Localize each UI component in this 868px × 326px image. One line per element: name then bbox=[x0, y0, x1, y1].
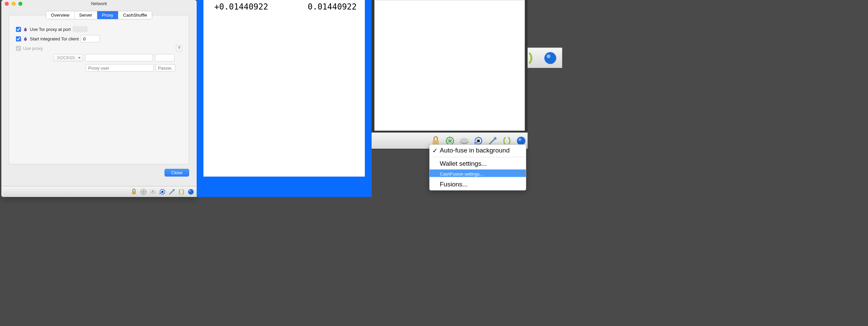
minimize-window-button[interactable] bbox=[12, 2, 16, 6]
menu-item-cashfusion-settings[interactable]: CashFusion settings... bbox=[430, 169, 526, 177]
tab-server[interactable]: Server bbox=[75, 11, 97, 19]
menu-item-fusions[interactable]: Fusions... bbox=[430, 179, 526, 190]
proxy-host-row: SOCKS5 bbox=[53, 54, 182, 61]
use-tor-label: Use Tor proxy at port bbox=[30, 27, 71, 32]
close-button[interactable]: Close bbox=[164, 169, 189, 177]
titlebar: Network bbox=[1, 0, 197, 8]
tabs: Overview Server Proxy CashShuffle bbox=[46, 11, 152, 19]
menu-item-autofuse[interactable]: Auto-fuse in background bbox=[430, 145, 526, 156]
lock-icon[interactable] bbox=[130, 188, 138, 196]
status-orb-icon[interactable] bbox=[543, 51, 557, 65]
proxy-user-input[interactable] bbox=[86, 64, 154, 72]
svg-point-0 bbox=[24, 28, 27, 31]
status-orb-icon[interactable] bbox=[187, 188, 195, 196]
tab-overview[interactable]: Overview bbox=[46, 11, 74, 19]
svg-rect-24 bbox=[477, 140, 480, 142]
svg-point-26 bbox=[517, 137, 526, 145]
use-tor-row: Use Tor proxy at port bbox=[16, 26, 182, 32]
context-menu: Auto-fuse in background Wallet settings.… bbox=[429, 144, 526, 191]
use-proxy-label: Use proxy bbox=[23, 46, 43, 51]
amount-delta: +0.01440922 bbox=[214, 2, 268, 12]
proxy-host-input[interactable] bbox=[85, 54, 153, 61]
start-tor-checkbox[interactable] bbox=[16, 36, 21, 41]
menu-item-wallet-settings[interactable]: Wallet settings... bbox=[430, 158, 526, 169]
proxy-tab-body: Use Tor proxy at port Start integrated T… bbox=[9, 19, 189, 81]
dialog-body: Overview Server Proxy CashShuffle Use To… bbox=[9, 15, 189, 164]
tab-proxy[interactable]: Proxy bbox=[97, 11, 118, 19]
cashfusion-icon[interactable] bbox=[178, 188, 185, 196]
use-proxy-checkbox bbox=[16, 46, 21, 51]
status-bar: B bbox=[3, 186, 198, 197]
svg-point-19 bbox=[547, 54, 550, 58]
svg-point-18 bbox=[545, 52, 556, 64]
svg-point-25 bbox=[494, 137, 497, 140]
svg-point-9 bbox=[188, 189, 194, 195]
amount-total: 0.01440922 bbox=[308, 2, 357, 12]
proxy-auth-row bbox=[53, 64, 182, 72]
tor-port-value bbox=[73, 26, 87, 32]
start-tor-label: Start integrated Tor client bbox=[30, 36, 79, 41]
close-window-button[interactable] bbox=[5, 2, 9, 6]
proxy-pass-input[interactable] bbox=[156, 64, 175, 72]
svg-point-23 bbox=[460, 138, 469, 143]
onion-icon bbox=[23, 36, 28, 41]
window-title: Network bbox=[91, 1, 107, 6]
svg-point-10 bbox=[189, 190, 191, 192]
zoom-window-button[interactable] bbox=[18, 2, 22, 6]
proxy-type-select[interactable]: SOCKS5 bbox=[53, 54, 83, 61]
menu-separator bbox=[430, 157, 526, 157]
onion-icon bbox=[23, 27, 28, 32]
tools-icon[interactable] bbox=[168, 188, 176, 196]
amounts-row: +0.01440922 0.01440922 bbox=[203, 0, 365, 12]
network-icon[interactable] bbox=[140, 188, 147, 196]
right-window-content bbox=[374, 0, 525, 131]
network-dialog: Network Overview Server Proxy CashShuffl… bbox=[1, 0, 197, 197]
wallet-window: +0.01440922 0.01440922 B bbox=[197, 0, 372, 197]
wallet-content: +0.01440922 0.01440922 bbox=[203, 0, 365, 177]
proxy-port-input[interactable] bbox=[155, 54, 175, 61]
svg-point-27 bbox=[519, 138, 521, 141]
coin-icon[interactable]: B bbox=[149, 188, 157, 196]
use-tor-checkbox[interactable] bbox=[16, 27, 21, 32]
svg-text:B: B bbox=[152, 190, 154, 192]
help-button[interactable]: ? bbox=[176, 45, 182, 51]
tab-bar: Overview Server Proxy CashShuffle bbox=[9, 11, 189, 19]
refresh-icon[interactable] bbox=[159, 188, 166, 196]
right-window bbox=[372, 0, 528, 149]
svg-rect-7 bbox=[161, 191, 163, 193]
svg-point-8 bbox=[173, 189, 175, 191]
start-tor-port-input[interactable] bbox=[81, 35, 100, 42]
start-tor-row: Start integrated Tor client bbox=[16, 35, 182, 42]
svg-rect-2 bbox=[132, 191, 136, 194]
use-proxy-row: Use proxy ? bbox=[16, 45, 182, 51]
tab-cashshuffle[interactable]: CashShuffle bbox=[118, 11, 152, 19]
svg-rect-20 bbox=[433, 140, 439, 145]
menu-separator bbox=[430, 178, 526, 178]
window-controls bbox=[5, 2, 22, 6]
svg-point-1 bbox=[24, 38, 27, 41]
